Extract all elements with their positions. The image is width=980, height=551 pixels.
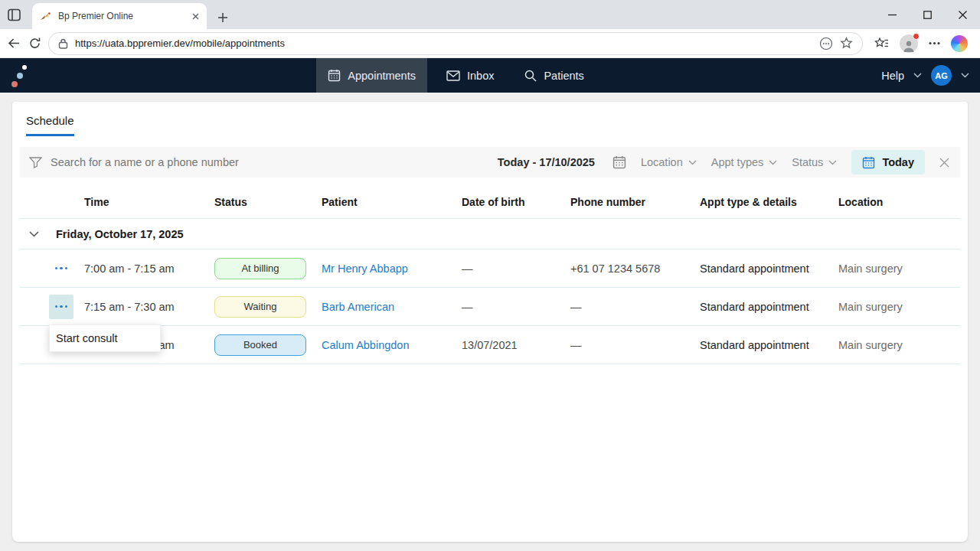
search-input[interactable] [51, 156, 498, 168]
patient-link[interactable]: Mr Henry Abbapp [322, 262, 462, 275]
browser-menu-icon[interactable] [929, 41, 940, 45]
browser-tab[interactable]: Bp Premier Online [32, 3, 207, 29]
appt-time: 7:15 am - 7:30 am [84, 301, 214, 313]
col-header-location: Location [838, 196, 960, 208]
chevron-down-icon[interactable] [961, 73, 969, 78]
col-header-status: Status [214, 196, 322, 208]
dropdown-label: Status [792, 156, 823, 168]
nav-item-patients[interactable]: Patients [513, 58, 595, 93]
clear-filters-icon[interactable] [939, 158, 949, 168]
browser-tab-strip: Bp Premier Online [0, 0, 980, 29]
nav-label: Patients [544, 70, 583, 82]
app-navbar: Appointments Inbox Patients Help AG [0, 58, 980, 93]
current-date-label: Today - 17/10/2025 [498, 156, 595, 168]
search-icon [524, 70, 537, 82]
nav-right: Help AG [881, 65, 969, 86]
col-header-time: Time [84, 196, 214, 208]
status-dropdown[interactable]: Status [792, 156, 837, 168]
appointment-row: 7:00 am - 7:15 am At billing Mr Henry Ab… [20, 249, 960, 288]
url-text[interactable]: https://uata.bppremier.dev/mobile/appoin… [75, 37, 812, 49]
tab-actions-icon[interactable] [8, 8, 21, 21]
tabs-row: Schedule [20, 102, 960, 136]
page-content: Schedule Today - 17/10/2025 Location [0, 93, 980, 551]
lock-icon[interactable] [58, 38, 68, 49]
calendar-picker-icon[interactable] [612, 155, 626, 169]
collapse-chevron-icon[interactable] [29, 231, 39, 237]
browser-toolbar: https://uata.bppremier.dev/mobile/appoin… [0, 29, 980, 58]
location-value: Main surgery [838, 339, 960, 351]
col-header-dob: Date of birth [462, 196, 570, 208]
tab-title: Bp Premier Online [58, 11, 186, 21]
nav-items: Appointments Inbox Patients [31, 58, 881, 93]
calendar-icon [862, 156, 875, 169]
filter-controls: Today - 17/10/2025 Location Appt types S… [498, 150, 949, 174]
nav-item-inbox[interactable]: Inbox [435, 58, 505, 93]
schedule-card: Schedule Today - 17/10/2025 Location [12, 102, 968, 542]
phone-value: +61 07 1234 5678 [570, 262, 700, 275]
filter-bar: Today - 17/10/2025 Location Appt types S… [20, 147, 960, 178]
group-date-label: Friday, October 17, 2025 [56, 228, 184, 240]
close-button[interactable] [945, 0, 980, 29]
notification-dot [913, 33, 920, 40]
nav-label: Appointments [348, 70, 416, 82]
location-value: Main surgery [838, 301, 960, 313]
chevron-down-icon[interactable] [913, 73, 922, 78]
search-box[interactable] [29, 156, 498, 168]
phone-value: — [570, 339, 700, 351]
appointment-row: 7:15 am - 7:30 am Waiting Barb American … [20, 288, 960, 326]
more-circle-icon[interactable] [819, 37, 833, 51]
dob-value: — [462, 301, 570, 313]
row-actions-icon[interactable] [49, 295, 74, 319]
dob-value: — [462, 262, 570, 275]
profile-avatar-icon[interactable] [900, 34, 918, 53]
patient-link[interactable]: Barb American [322, 301, 462, 313]
user-avatar[interactable]: AG [931, 65, 952, 86]
location-value: Main surgery [838, 262, 960, 275]
date-group-row[interactable]: Friday, October 17, 2025 [20, 219, 960, 249]
collections-icon[interactable] [874, 37, 889, 50]
status-badge: Booked [214, 334, 306, 356]
appt-type-value: Standard appointment [700, 301, 838, 313]
maximize-button[interactable] [910, 0, 945, 29]
patient-link[interactable]: Calum Abbingdon [322, 339, 462, 351]
appt-types-dropdown[interactable]: Appt types [711, 156, 778, 168]
menu-item-start-consult[interactable]: Start consult [50, 331, 160, 345]
new-tab-icon[interactable] [217, 12, 228, 23]
bp-logo [11, 63, 31, 89]
dropdown-label: Appt types [711, 156, 764, 168]
favorite-star-icon[interactable] [840, 37, 853, 50]
dob-value: 13/07/2021 [462, 339, 570, 351]
today-button-label: Today [882, 156, 914, 168]
col-header-appt-type: Appt type & details [700, 196, 838, 208]
col-header-patient: Patient [322, 196, 462, 208]
status-badge: At billing [214, 258, 306, 279]
appointment-row: 7:30 am - 7:45 am Booked Calum Abbingdon… [20, 326, 960, 364]
dropdown-label: Location [641, 156, 683, 168]
appt-type-value: Standard appointment [700, 339, 838, 351]
row-context-menu: Start consult [49, 324, 161, 352]
back-icon[interactable] [8, 37, 21, 50]
minimize-button[interactable] [874, 0, 910, 29]
envelope-icon [446, 70, 460, 81]
tab-schedule[interactable]: Schedule [26, 114, 74, 136]
favicon-bird-icon [40, 10, 52, 22]
nav-item-appointments[interactable]: Appointments [316, 58, 427, 93]
col-header-phone: Phone number [570, 196, 700, 208]
copilot-icon[interactable] [951, 35, 968, 52]
status-badge: Waiting [214, 296, 306, 318]
phone-value: — [570, 301, 700, 313]
help-menu[interactable]: Help [881, 70, 904, 82]
today-button[interactable]: Today [851, 150, 925, 174]
location-dropdown[interactable]: Location [641, 156, 697, 168]
address-bar[interactable]: https://uata.bppremier.dev/mobile/appoin… [49, 33, 862, 54]
calendar-icon [328, 69, 341, 82]
row-actions-icon[interactable] [49, 256, 74, 281]
refresh-icon[interactable] [28, 37, 41, 50]
tab-close-icon[interactable] [192, 13, 199, 20]
appt-time: 7:00 am - 7:15 am [84, 262, 214, 275]
toolbar-right [870, 34, 972, 53]
filter-funnel-icon [29, 157, 42, 168]
appt-type-value: Standard appointment [700, 262, 838, 275]
nav-label: Inbox [467, 70, 494, 82]
table-header: Time Status Patient Date of birth Phone … [20, 185, 960, 219]
